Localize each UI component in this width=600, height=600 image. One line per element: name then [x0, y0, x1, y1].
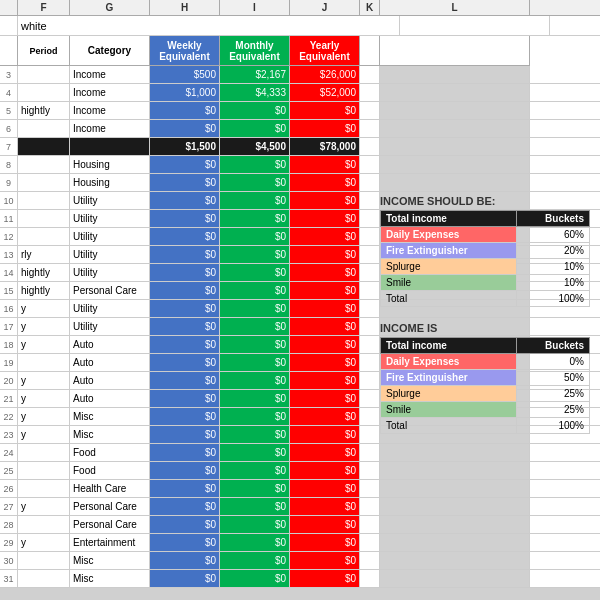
cell-category: Utility: [70, 246, 150, 263]
cell-monthly: $0: [220, 498, 290, 515]
panel-cell-value: 50%: [516, 370, 589, 386]
cell-category: Utility: [70, 228, 150, 245]
cell-monthly: $0: [220, 444, 290, 461]
header-monthly: MonthlyEquivalent: [220, 36, 290, 66]
row-number: 31: [0, 570, 18, 587]
cell-weekly: $0: [150, 264, 220, 281]
cell-weekly: $0: [150, 336, 220, 353]
cell-right-area: [380, 120, 530, 137]
title-row: white: [0, 16, 600, 36]
cell-weekly: $0: [150, 390, 220, 407]
row-number: 25: [0, 462, 18, 479]
cell-k: [360, 300, 380, 317]
table-row: 4Income$1,000$4,333$52,000: [0, 84, 600, 102]
cell-weekly: $0: [150, 498, 220, 515]
cell-monthly: $0: [220, 300, 290, 317]
cell-period: [18, 120, 70, 137]
cell-category: Auto: [70, 390, 150, 407]
cell-weekly: $1,500: [150, 138, 220, 155]
row-number: 22: [0, 408, 18, 425]
cell-weekly: $0: [150, 516, 220, 533]
cell-right-area: [380, 534, 530, 551]
cell-period: y: [18, 336, 70, 353]
cell-period: hightly: [18, 282, 70, 299]
cell-right-area: [380, 84, 530, 101]
cell-monthly: $0: [220, 570, 290, 587]
cell-k: [360, 444, 380, 461]
cell-k: [360, 480, 380, 497]
cell-yearly: $0: [290, 318, 360, 335]
header-k: [360, 36, 380, 66]
cell-period: [18, 552, 70, 569]
panel-cell-label: Smile: [381, 275, 517, 291]
cell-k: [360, 120, 380, 137]
row-number: 13: [0, 246, 18, 263]
cell-weekly: $1,000: [150, 84, 220, 101]
cell-monthly: $0: [220, 534, 290, 551]
cell-yearly: $0: [290, 570, 360, 587]
col-header-h: H: [150, 0, 220, 15]
cell-period: [18, 444, 70, 461]
panel-row: Smile25%: [381, 402, 590, 418]
row-number: 16: [0, 300, 18, 317]
cell-monthly: $0: [220, 264, 290, 281]
cell-category: Utility: [70, 300, 150, 317]
row-number: 4: [0, 84, 18, 101]
row-number: 20: [0, 372, 18, 389]
cell-yearly: $0: [290, 282, 360, 299]
cell-k: [360, 516, 380, 533]
cell-category: Income: [70, 120, 150, 137]
cell-yearly: $0: [290, 372, 360, 389]
cell-category: Entertainment: [70, 534, 150, 551]
cell-yearly: $0: [290, 426, 360, 443]
panel-cell-value: 10%: [516, 275, 589, 291]
cell-yearly: $0: [290, 192, 360, 209]
cell-yearly: $0: [290, 120, 360, 137]
row-number: 14: [0, 264, 18, 281]
cell-period: [18, 138, 70, 155]
cell-weekly: $0: [150, 228, 220, 245]
row-number: 23: [0, 426, 18, 443]
panel-row: Splurge25%: [381, 386, 590, 402]
cell-weekly: $0: [150, 552, 220, 569]
row-number: 30: [0, 552, 18, 569]
header-weekly: WeeklyEquivalent: [150, 36, 220, 66]
cell-monthly: $0: [220, 174, 290, 191]
cell-yearly: $0: [290, 264, 360, 281]
cell-category: Housing: [70, 174, 150, 191]
cell-period: [18, 516, 70, 533]
table-row: 31Misc$0$0$0: [0, 570, 600, 588]
panel-cell-value: 10%: [516, 259, 589, 275]
cell-k: [360, 372, 380, 389]
cell-period: y: [18, 498, 70, 515]
cell-k: [360, 390, 380, 407]
panel-column-header: Buckets: [516, 338, 589, 354]
cell-k: [360, 210, 380, 227]
cell-k: [360, 156, 380, 173]
row-number: 8: [0, 156, 18, 173]
cell-k: [360, 462, 380, 479]
cell-weekly: $0: [150, 174, 220, 191]
cell-yearly: $0: [290, 354, 360, 371]
panel-cell-value: 0%: [516, 354, 589, 370]
cell-period: rly: [18, 246, 70, 263]
cell-category: Personal Care: [70, 516, 150, 533]
cell-weekly: $500: [150, 66, 220, 83]
cell-period: [18, 210, 70, 227]
cell-k: [360, 228, 380, 245]
cell-yearly: $0: [290, 228, 360, 245]
cell-period: y: [18, 390, 70, 407]
cell-monthly: $0: [220, 354, 290, 371]
table-row: 3Income$500$2,167$26,000: [0, 66, 600, 84]
col-header-g: G: [70, 0, 150, 15]
cell-yearly: $0: [290, 480, 360, 497]
cell-weekly: $0: [150, 462, 220, 479]
cell-k: [360, 66, 380, 83]
panel-cell-label: Smile: [381, 402, 517, 418]
panel-cell-value: 20%: [516, 243, 589, 259]
cell-yearly: $26,000: [290, 66, 360, 83]
header-period: Period: [18, 36, 70, 66]
header-category: Category: [70, 36, 150, 66]
panel-row: Smile10%: [381, 275, 590, 291]
cell-k: [360, 570, 380, 587]
